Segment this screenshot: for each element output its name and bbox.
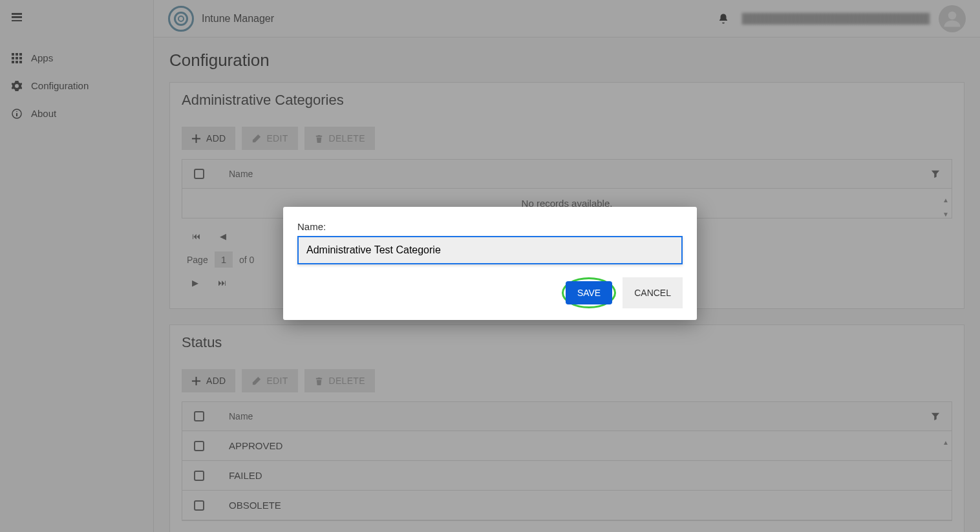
name-label: Name: bbox=[297, 221, 683, 232]
name-input[interactable] bbox=[297, 236, 683, 264]
add-category-dialog: Name: SAVE CANCEL bbox=[283, 207, 697, 320]
save-highlight: SAVE bbox=[562, 277, 616, 308]
cancel-button[interactable]: CANCEL bbox=[623, 277, 683, 308]
modal-overlay[interactable]: Name: SAVE CANCEL bbox=[0, 0, 980, 532]
save-button[interactable]: SAVE bbox=[566, 281, 612, 304]
